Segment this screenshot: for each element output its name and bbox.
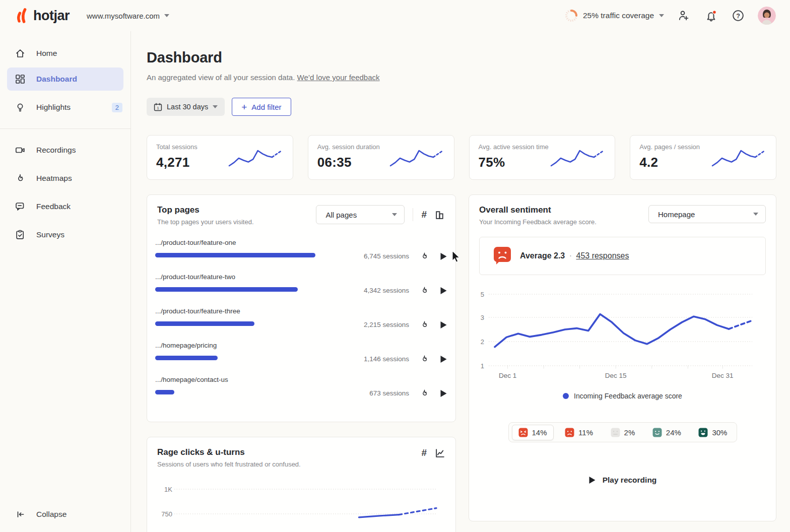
- sentiment-percent: 11%: [578, 428, 593, 437]
- svg-text:Dec 15: Dec 15: [605, 372, 627, 379]
- help-button[interactable]: ?: [731, 8, 746, 23]
- overall-sentiment-card: Overall sentiment Your Incoming Feedback…: [469, 194, 776, 521]
- stat-label: Total sessions: [156, 143, 198, 151]
- sidebar-item-dashboard[interactable]: Dashboard: [7, 68, 123, 91]
- hotjar-flame-icon: [15, 7, 29, 24]
- top-page-row: .../product-tour/feature-one 6,745 sessi…: [155, 239, 447, 273]
- top-pages-filter-dropdown[interactable]: All pages: [316, 205, 405, 224]
- stat-value: 4,271: [156, 155, 198, 170]
- bar-chart-view-toggle[interactable]: [435, 210, 445, 220]
- line-chart-view-toggle[interactable]: [435, 448, 445, 458]
- top-page-row: .../product-tour/feature-three 2,215 ses…: [155, 307, 447, 342]
- average-score-text: Average 2.3 · 453 responses: [520, 251, 629, 260]
- sad-face-icon: [565, 428, 574, 437]
- top-pages-title: Top pages: [157, 205, 254, 215]
- happy-face-icon: [652, 428, 662, 437]
- page-title: Dashboard: [147, 49, 776, 66]
- sidebar-collapse-button[interactable]: Collapse: [0, 510, 130, 519]
- play-button[interactable]: [440, 252, 447, 260]
- svg-text:3: 3: [481, 314, 484, 321]
- sidebar-item-heatmaps[interactable]: Heatmaps: [0, 164, 130, 192]
- sidebar-divider: [0, 128, 130, 129]
- add-filter-label: Add filter: [251, 103, 281, 111]
- top-pages-filter-value: All pages: [325, 211, 357, 219]
- sentiment-filter-angry[interactable]: 14%: [512, 425, 554, 440]
- chevron-down-icon: [164, 14, 169, 17]
- responses-link[interactable]: 453 responses: [576, 251, 629, 260]
- play-recording-button[interactable]: Play recording: [469, 476, 776, 485]
- heatmap-flame-button[interactable]: [420, 252, 429, 260]
- numbers-view-toggle[interactable]: #: [421, 209, 427, 220]
- play-button[interactable]: [440, 287, 447, 295]
- calendar-icon: 1: [154, 103, 162, 111]
- rage-clicks-subtitle: Sessions of users who felt frustrated or…: [157, 460, 301, 468]
- date-range-value: Last 30 days: [167, 103, 208, 111]
- very-happy-face-icon: [698, 428, 708, 437]
- top-pages-card: Top pages The top pages your users visit…: [147, 194, 456, 422]
- heatmap-flame-button[interactable]: [420, 355, 429, 363]
- heatmap-flame-button[interactable]: [420, 320, 429, 329]
- avatar[interactable]: [758, 7, 776, 25]
- sentiment-page-dropdown[interactable]: Homepage: [648, 205, 766, 223]
- sentiment-filter-happy[interactable]: 24%: [646, 425, 687, 440]
- sidebar-item-highlights[interactable]: Highlights 2: [0, 93, 130, 121]
- page-path: .../homepage/contact-us: [155, 376, 447, 383]
- traffic-coverage-dropdown[interactable]: 25% traffic coverage: [565, 9, 664, 22]
- hotjar-logo[interactable]: hotjar: [15, 7, 70, 24]
- sparkline-chart: [710, 149, 767, 168]
- svg-text:5: 5: [481, 291, 484, 298]
- collapse-label: Collapse: [36, 510, 67, 519]
- traffic-coverage-label: 25% traffic coverage: [583, 11, 654, 20]
- sparkline-chart: [388, 149, 445, 168]
- sentiment-filter-neutral[interactable]: 2%: [605, 425, 641, 440]
- sentiment-title: Overall sentiment: [479, 205, 597, 215]
- play-icon: [588, 476, 596, 484]
- play-recording-label: Play recording: [603, 476, 657, 485]
- top-page-row: .../product-tour/feature-two 4,342 sessi…: [155, 273, 447, 307]
- person-add-icon: [678, 10, 689, 21]
- sentiment-filter-sad[interactable]: 11%: [559, 425, 599, 440]
- page-path: .../product-tour/feature-two: [155, 273, 447, 281]
- legend-label: Incoming Feedback average score: [574, 392, 682, 400]
- play-button[interactable]: [440, 389, 447, 397]
- sentiment-filter-very-happy[interactable]: 30%: [692, 425, 733, 440]
- traffic-ring-icon: [565, 9, 578, 22]
- invite-user-button[interactable]: [676, 8, 691, 23]
- play-button[interactable]: [440, 321, 447, 329]
- numbers-view-toggle[interactable]: #: [421, 447, 427, 458]
- sessions-count: 2,215 sessions: [361, 321, 409, 328]
- chevron-down-icon: [753, 213, 758, 216]
- page-path: .../product-tour/feature-one: [155, 239, 447, 246]
- bell-icon: [705, 10, 717, 22]
- feedback-link[interactable]: We’d love your feedback: [297, 73, 380, 82]
- heatmap-flame-button[interactable]: [420, 286, 429, 295]
- sidebar-item-feedback[interactable]: Feedback: [0, 192, 130, 221]
- svg-text:Dec 1: Dec 1: [499, 372, 516, 379]
- sidebar-item-home[interactable]: Home: [0, 39, 130, 68]
- stat-label: Avg. pages / session: [639, 143, 700, 151]
- dashboard-icon: [15, 74, 25, 84]
- stat-card-pages-per-session: Avg. pages / session 4.2: [630, 135, 776, 180]
- heatmap-flame-button[interactable]: [420, 389, 429, 397]
- sparkline-chart: [549, 149, 606, 168]
- page-subtitle-text: An aggregated view of all your session d…: [147, 73, 295, 82]
- sessions-count: 4,342 sessions: [361, 287, 409, 294]
- chevron-down-icon: [392, 213, 397, 216]
- collapse-arrow-icon: [16, 510, 25, 519]
- sentiment-percent: 14%: [532, 428, 547, 437]
- site-selector[interactable]: www.mysoftware.com: [87, 12, 169, 20]
- add-filter-button[interactable]: + Add filter: [232, 98, 291, 116]
- sentiment-line-chart: 1235Dec 1Dec 15Dec 31: [472, 279, 767, 386]
- play-button[interactable]: [440, 355, 447, 363]
- survey-clipboard-icon: [15, 230, 25, 240]
- rage-clicks-chart: 1K750: [154, 479, 443, 529]
- notifications-button[interactable]: [703, 8, 718, 23]
- top-pages-list: .../product-tour/feature-one 6,745 sessi…: [147, 226, 455, 415]
- top-pages-subtitle: The top pages your users visited.: [157, 218, 254, 226]
- chevron-down-icon: [659, 14, 664, 17]
- sidebar-item-recordings[interactable]: Recordings: [0, 136, 130, 164]
- highlights-badge: 2: [112, 103, 122, 112]
- topbar: hotjar www.mysoftware.com 25% traffic co…: [0, 0, 790, 31]
- date-range-dropdown[interactable]: 1 Last 30 days: [147, 98, 225, 116]
- sidebar-item-surveys[interactable]: Surveys: [0, 221, 130, 249]
